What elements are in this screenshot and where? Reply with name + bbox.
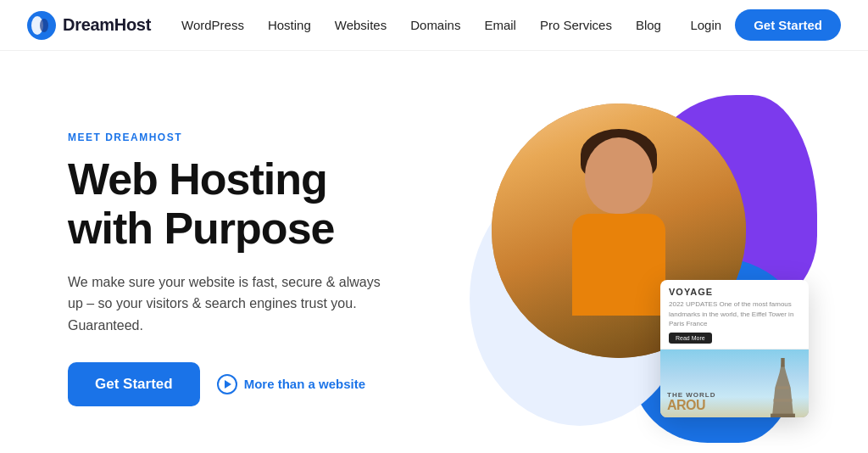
nav-item-websites[interactable]: Websites bbox=[335, 18, 387, 33]
website-preview-card: VOYAGE 2022 UPDATES One of the most famo… bbox=[660, 280, 809, 417]
hero-description: We make sure your website is fast, secur… bbox=[68, 271, 390, 337]
nav-item-hosting[interactable]: Hosting bbox=[268, 18, 311, 33]
nav-get-started-button[interactable]: Get Started bbox=[735, 9, 841, 41]
person-head bbox=[585, 137, 653, 214]
card-image: THE WORLD AROU bbox=[660, 350, 809, 417]
nav-link-wordpress[interactable]: WordPress bbox=[181, 18, 244, 32]
nav-item-domains[interactable]: Domains bbox=[410, 18, 460, 33]
hero-title-line1: Web Hosting bbox=[68, 154, 327, 204]
nav-actions: Login Get Started bbox=[690, 9, 841, 41]
hero-visual: VOYAGE 2022 UPDATES One of the most famo… bbox=[475, 87, 817, 451]
more-link-label: More than a website bbox=[244, 377, 365, 391]
hero-get-started-button[interactable]: Get Started bbox=[68, 362, 200, 406]
nav-link-domains[interactable]: Domains bbox=[410, 18, 460, 32]
hero-title-line2: with Purpose bbox=[68, 204, 334, 253]
hero-actions: Get Started More than a website bbox=[68, 362, 441, 406]
meet-label: MEET DREAMHOST bbox=[68, 131, 441, 143]
hero-content: MEET DREAMHOST Web Hosting with Purpose … bbox=[68, 131, 475, 405]
nav-link-email[interactable]: Email bbox=[484, 18, 516, 32]
navbar: DreamHost WordPress Hosting Websites Dom… bbox=[0, 0, 868, 51]
nav-link-pro-services[interactable]: Pro Services bbox=[540, 18, 612, 32]
nav-item-blog[interactable]: Blog bbox=[636, 18, 661, 33]
login-link[interactable]: Login bbox=[690, 18, 721, 32]
svg-rect-7 bbox=[781, 358, 784, 367]
card-header: VOYAGE 2022 UPDATES One of the most famo… bbox=[660, 280, 809, 350]
svg-point-2 bbox=[40, 19, 48, 32]
nav-link-hosting[interactable]: Hosting bbox=[268, 18, 311, 32]
person-body bbox=[572, 214, 665, 316]
card-subtitle: 2022 UPDATES One of the most famous land… bbox=[669, 299, 800, 328]
logo-link[interactable]: DreamHost bbox=[27, 11, 151, 40]
card-read-more-button[interactable]: Read More bbox=[669, 333, 712, 344]
more-than-website-link[interactable]: More than a website bbox=[217, 374, 365, 394]
nav-item-pro-services[interactable]: Pro Services bbox=[540, 18, 612, 33]
nav-links: WordPress Hosting Websites Domains Email… bbox=[181, 18, 690, 33]
logo-icon bbox=[27, 11, 56, 40]
play-triangle bbox=[225, 380, 231, 389]
card-around-text: AROU bbox=[667, 399, 802, 412]
nav-link-websites[interactable]: Websites bbox=[335, 18, 387, 32]
hero-section: MEET DREAMHOST Web Hosting with Purpose … bbox=[0, 51, 868, 453]
nav-link-blog[interactable]: Blog bbox=[636, 18, 661, 32]
nav-item-email[interactable]: Email bbox=[484, 18, 516, 33]
card-overlay: THE WORLD AROU bbox=[660, 386, 809, 417]
play-icon bbox=[217, 374, 237, 394]
nav-item-wordpress[interactable]: WordPress bbox=[181, 18, 244, 33]
brand-name: DreamHost bbox=[63, 15, 151, 35]
hero-title: Web Hosting with Purpose bbox=[68, 155, 441, 252]
card-title: VOYAGE bbox=[669, 287, 800, 297]
